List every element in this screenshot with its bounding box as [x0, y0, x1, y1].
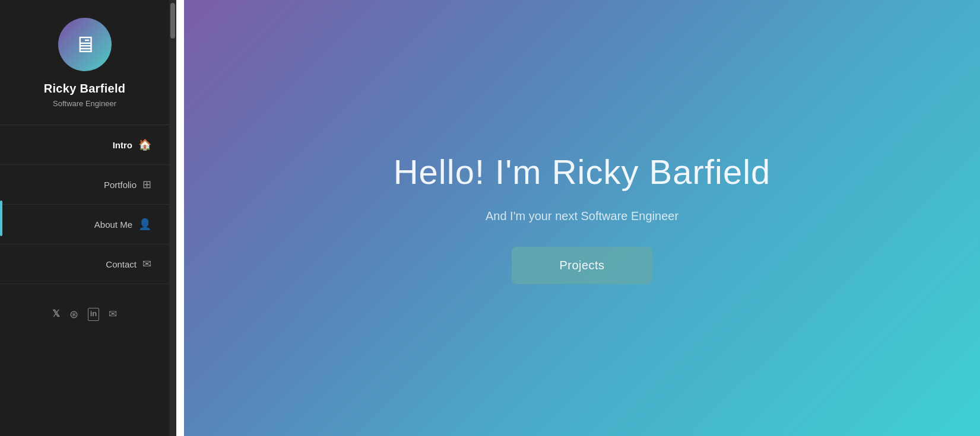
hero-title: Hello! I'm Ricky Barfield: [394, 152, 771, 192]
nav-link-intro[interactable]: Intro 🏠: [0, 125, 169, 164]
nav-label-about: About Me: [94, 219, 132, 230]
nav-item-contact[interactable]: Contact ✉: [0, 244, 169, 284]
main-content: Hello! I'm Ricky Barfield And I'm your n…: [184, 0, 980, 436]
github-icon[interactable]: ⊛: [69, 308, 78, 321]
profile-name: Ricky Barfield: [44, 82, 126, 96]
nav-label-contact: Contact: [106, 259, 137, 269]
hero-subtitle: And I'm your next Software Engineer: [486, 209, 678, 223]
nav-item-portfolio[interactable]: Portfolio ⊞: [0, 165, 169, 205]
nav-item-intro[interactable]: Intro 🏠: [0, 125, 169, 165]
home-icon: 🏠: [138, 138, 151, 151]
linkedin-icon[interactable]: in: [88, 308, 100, 321]
monitor-icon: 🖥: [74, 33, 96, 56]
sidebar-accent: [0, 201, 2, 236]
sidebar-wrapper: 🖥 Ricky Barfield Software Engineer Intro…: [0, 0, 184, 436]
social-bar: 𝕏 ⊛ in ✉: [52, 302, 118, 327]
email-social-icon[interactable]: ✉: [109, 308, 117, 321]
nav-item-about[interactable]: About Me 👤: [0, 205, 169, 244]
scrollbar-thumb[interactable]: [170, 3, 175, 39]
avatar: 🖥: [58, 18, 112, 71]
mail-icon: ✉: [142, 257, 151, 270]
sidebar: 🖥 Ricky Barfield Software Engineer Intro…: [0, 0, 169, 436]
nav-list: Intro 🏠 Portfolio ⊞ About Me 👤 Contact: [0, 125, 169, 284]
twitter-icon[interactable]: 𝕏: [52, 308, 60, 321]
nav-link-portfolio[interactable]: Portfolio ⊞: [0, 165, 169, 204]
projects-button[interactable]: Projects: [512, 247, 652, 284]
nav-link-about[interactable]: About Me 👤: [0, 205, 169, 244]
nav-label-portfolio: Portfolio: [104, 180, 137, 190]
profile-title: Software Engineer: [53, 99, 116, 108]
grid-icon: ⊞: [142, 178, 151, 191]
nav-label-intro: Intro: [113, 140, 132, 150]
scrollbar-track[interactable]: [169, 0, 176, 436]
nav-link-contact[interactable]: Contact ✉: [0, 244, 169, 284]
person-icon: 👤: [138, 218, 151, 231]
